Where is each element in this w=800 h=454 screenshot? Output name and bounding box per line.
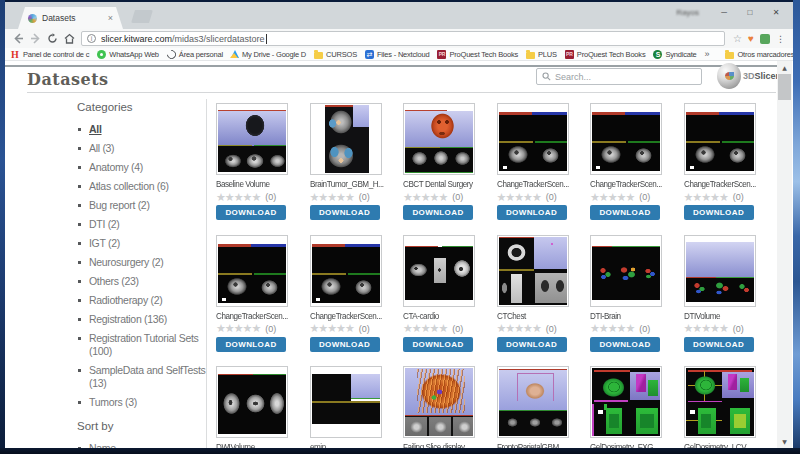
- refresh-button[interactable]: [44, 33, 61, 44]
- menu-dots-icon[interactable]: ⋮: [776, 34, 785, 44]
- dataset-thumbnail[interactable]: [684, 103, 756, 175]
- category-link[interactable]: Tumors (3): [89, 396, 137, 408]
- bookmark-item[interactable]: Syndicate: [653, 50, 696, 59]
- dataset-thumbnail[interactable]: [684, 366, 756, 438]
- category-link[interactable]: Registration (136): [89, 313, 167, 325]
- dataset-thumbnail[interactable]: [590, 103, 662, 175]
- category-link[interactable]: DTI (2): [89, 218, 120, 230]
- category-link[interactable]: Radiotherapy (2): [89, 294, 162, 306]
- dataset-name[interactable]: FrontoParietalGBM: [497, 442, 573, 448]
- bookmark-item[interactable]: ProQuest Tech Books: [565, 50, 646, 59]
- dataset-thumbnail[interactable]: [216, 103, 288, 175]
- back-button[interactable]: [10, 33, 27, 44]
- download-button[interactable]: DOWNLOAD: [497, 337, 567, 352]
- category-link[interactable]: Registration Tutorial Sets (100): [89, 332, 199, 357]
- scrollbar-down-arrow[interactable]: ▼: [777, 435, 792, 448]
- download-button[interactable]: DOWNLOAD: [403, 205, 473, 220]
- rating-stars[interactable]: ★★★★★: [684, 323, 728, 334]
- close-button[interactable]: ✕: [763, 8, 789, 17]
- category-link[interactable]: All (3): [89, 142, 114, 154]
- green-extension-icon[interactable]: [760, 34, 770, 44]
- bookmark-item[interactable]: ProQuest Tech Books: [437, 50, 518, 59]
- page-scrollbar[interactable]: ▲ ▼: [777, 61, 792, 448]
- tab-close-icon[interactable]: ×: [108, 13, 113, 23]
- dataset-name[interactable]: BrainTumor_GBM_H...: [310, 179, 386, 190]
- rating-stars[interactable]: ★★★★★: [310, 192, 354, 203]
- bookmark-item[interactable]: PLUS: [526, 50, 557, 59]
- download-button[interactable]: DOWNLOAD: [216, 337, 286, 352]
- category-link[interactable]: Others (23): [89, 275, 139, 287]
- dataset-name[interactable]: Baseline Volume: [216, 179, 292, 190]
- dataset-name[interactable]: CTA-cardio: [403, 311, 479, 322]
- rating-stars[interactable]: ★★★★★: [403, 323, 447, 334]
- forward-button[interactable]: [27, 33, 44, 44]
- dataset-name[interactable]: CBCT Dental Surgery: [403, 179, 479, 190]
- bookmark-item[interactable]: Files - Nextcloud: [365, 50, 429, 59]
- dataset-name[interactable]: ChangeTrackerScen...: [310, 311, 386, 322]
- dataset-name[interactable]: ChangeTrackerScen...: [497, 179, 573, 190]
- dataset-name[interactable]: ChangeTrackerScen...: [590, 179, 666, 190]
- dataset-thumbnail[interactable]: [497, 366, 569, 438]
- dataset-name[interactable]: DTIVolume: [684, 311, 760, 322]
- bookmarks-overflow-chevron[interactable]: »: [705, 49, 710, 59]
- home-button[interactable]: [61, 33, 78, 44]
- dataset-thumbnail[interactable]: [310, 366, 382, 438]
- category-link[interactable]: Name: [89, 442, 116, 448]
- dataset-thumbnail[interactable]: [403, 235, 475, 307]
- dataset-name[interactable]: DTI-Brain: [590, 311, 666, 322]
- bookmark-item[interactable]: Área personal: [167, 50, 223, 59]
- bookmark-item[interactable]: My Drive - Google D: [231, 50, 306, 59]
- download-button[interactable]: DOWNLOAD: [310, 205, 380, 220]
- bookmark-item[interactable]: Otros marcadores: [725, 50, 793, 59]
- search-input[interactable]: Search...: [536, 68, 702, 85]
- download-button[interactable]: DOWNLOAD: [590, 205, 660, 220]
- category-link[interactable]: IGT (2): [89, 237, 120, 249]
- dataset-name[interactable]: CTChest: [497, 311, 573, 322]
- new-tab-button[interactable]: [131, 10, 153, 23]
- category-link[interactable]: Bug report (2): [89, 199, 150, 211]
- bookmark-item[interactable]: CURSOS: [314, 50, 357, 59]
- dataset-thumbnail[interactable]: [684, 235, 756, 307]
- dataset-thumbnail[interactable]: [590, 235, 662, 307]
- category-link[interactable]: SampleData and SelfTests (13): [89, 364, 206, 389]
- bookmark-star-icon[interactable]: ☆: [733, 34, 742, 44]
- dataset-thumbnail[interactable]: [310, 235, 382, 307]
- download-button[interactable]: DOWNLOAD: [684, 205, 754, 220]
- dataset-name[interactable]: DWIVolume: [216, 442, 292, 448]
- category-link[interactable]: Neurosurgery (2): [89, 256, 164, 268]
- heart-extension-icon[interactable]: ♥: [748, 34, 754, 44]
- download-button[interactable]: DOWNLOAD: [403, 337, 473, 352]
- dataset-thumbnail[interactable]: [216, 235, 288, 307]
- bookmark-item[interactable]: Panel de control de c: [11, 50, 89, 59]
- dataset-name[interactable]: GelDosimetry_LCV: [684, 442, 760, 448]
- info-icon[interactable]: i: [87, 34, 96, 43]
- download-button[interactable]: DOWNLOAD: [216, 205, 286, 220]
- rating-stars[interactable]: ★★★★★: [684, 192, 728, 203]
- dataset-name[interactable]: Failing Slice display: [403, 442, 479, 448]
- rating-stars[interactable]: ★★★★★: [216, 192, 260, 203]
- dataset-thumbnail[interactable]: [216, 366, 288, 438]
- dataset-thumbnail[interactable]: [590, 366, 662, 438]
- rating-stars[interactable]: ★★★★★: [590, 323, 634, 334]
- dataset-name[interactable]: emin: [310, 442, 386, 448]
- minimize-button[interactable]: ─: [711, 8, 737, 17]
- rating-stars[interactable]: ★★★★★: [216, 323, 260, 334]
- address-bar[interactable]: i slicer.kitware.com/midas3/slicerdatast…: [81, 31, 725, 46]
- download-button[interactable]: DOWNLOAD: [310, 337, 380, 352]
- download-button[interactable]: DOWNLOAD: [590, 337, 660, 352]
- category-link[interactable]: Atlas collection (6): [89, 180, 169, 192]
- dataset-thumbnail[interactable]: [310, 103, 382, 175]
- rating-stars[interactable]: ★★★★★: [403, 192, 447, 203]
- maximize-button[interactable]: □: [737, 8, 763, 17]
- dataset-name[interactable]: ChangeTrackerScen...: [216, 311, 292, 322]
- download-button[interactable]: DOWNLOAD: [497, 205, 567, 220]
- category-link[interactable]: Anatomy (4): [89, 161, 143, 173]
- rating-stars[interactable]: ★★★★★: [590, 192, 634, 203]
- dataset-thumbnail[interactable]: [403, 366, 475, 438]
- dataset-thumbnail[interactable]: [403, 103, 475, 175]
- category-link[interactable]: All: [89, 123, 102, 135]
- dataset-thumbnail[interactable]: [497, 103, 569, 175]
- download-button[interactable]: DOWNLOAD: [684, 337, 754, 352]
- bookmark-item[interactable]: WhatsApp Web: [97, 50, 159, 59]
- rating-stars[interactable]: ★★★★★: [310, 323, 354, 334]
